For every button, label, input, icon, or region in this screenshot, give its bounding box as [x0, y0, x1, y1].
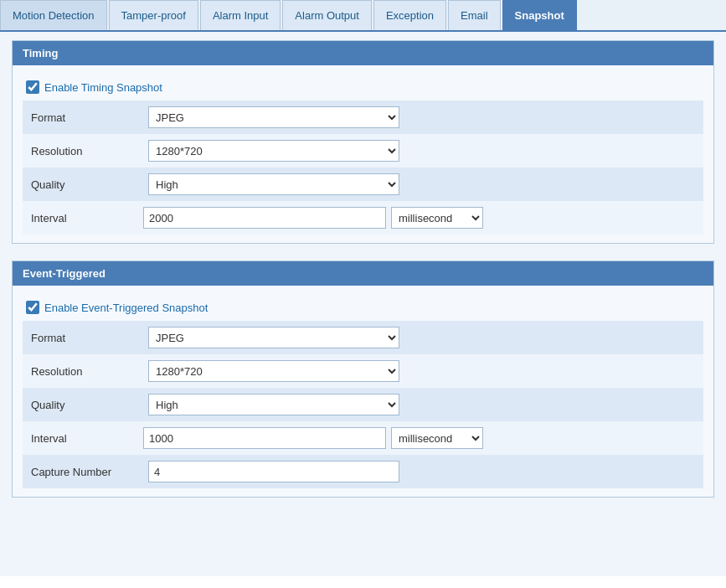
event-quality-select[interactable]: High Medium Low [148, 394, 399, 415]
event-triggered-title: Event-Triggered [23, 267, 106, 280]
event-triggered-section: Event-Triggered Enable Event-Triggered S… [12, 260, 714, 498]
tab-tamper-proof[interactable]: Tamper-proof [109, 0, 198, 30]
event-triggered-section-body: Enable Event-Triggered Snapshot Format J… [13, 286, 713, 497]
event-triggered-section-header: Event-Triggered [13, 261, 713, 286]
event-format-label: Format [23, 321, 140, 354]
event-triggered-enable-checkbox[interactable] [26, 301, 39, 314]
timing-enable-checkbox[interactable] [26, 80, 39, 94]
timing-interval-label: Interval [23, 201, 140, 235]
timing-title: Timing [23, 47, 58, 59]
event-interval-wrap: millisecond second [143, 427, 695, 449]
event-quality-row: Quality High Medium Low [23, 388, 703, 421]
event-capture-number-row: Capture Number [23, 455, 703, 488]
event-resolution-label: Resolution [23, 354, 140, 388]
event-triggered-form-table: Format JPEG Resolution 1280*720 640*480 [23, 321, 703, 488]
timing-resolution-label: Resolution [23, 134, 140, 168]
tab-email[interactable]: Email [448, 0, 501, 30]
tab-alarm-input[interactable]: Alarm Input [200, 0, 281, 30]
timing-format-row: Format JPEG [23, 101, 703, 134]
event-interval-unit-select[interactable]: millisecond second [391, 427, 483, 449]
event-quality-label: Quality [23, 388, 140, 421]
event-capture-number-label: Capture Number [23, 455, 140, 488]
timing-form-table: Format JPEG Resolution 1280*720 640*480 [23, 101, 703, 235]
timing-resolution-select[interactable]: 1280*720 640*480 352*288 [148, 140, 399, 162]
event-format-row: Format JPEG [23, 321, 703, 354]
timing-section-header: Timing [13, 41, 713, 65]
timing-enable-label: Enable Timing Snapshot [44, 81, 162, 94]
timing-enable-row: Enable Timing Snapshot [23, 74, 703, 101]
tab-exception[interactable]: Exception [373, 0, 446, 30]
event-capture-number-input[interactable] [148, 461, 399, 482]
tab-alarm-output[interactable]: Alarm Output [282, 0, 372, 30]
timing-format-label: Format [23, 101, 140, 134]
timing-format-select[interactable]: JPEG [148, 106, 399, 128]
event-interval-input[interactable] [143, 427, 386, 449]
timing-interval-input[interactable] [143, 207, 386, 229]
timing-quality-select[interactable]: High Medium Low [148, 173, 399, 195]
event-triggered-enable-label: Enable Event-Triggered Snapshot [44, 302, 208, 314]
main-content: Timing Enable Timing Snapshot Format JPE… [0, 32, 726, 576]
tab-snapshot[interactable]: Snapshot [502, 0, 577, 30]
event-triggered-enable-row: Enable Event-Triggered Snapshot [23, 294, 703, 321]
timing-section: Timing Enable Timing Snapshot Format JPE… [12, 40, 714, 244]
event-interval-label: Interval [23, 421, 140, 455]
timing-quality-label: Quality [23, 168, 140, 201]
event-resolution-select[interactable]: 1280*720 640*480 352*288 [148, 360, 399, 382]
event-format-select[interactable]: JPEG [148, 327, 399, 348]
timing-interval-wrap: millisecond second [143, 207, 695, 229]
timing-section-body: Enable Timing Snapshot Format JPEG Resol… [13, 65, 713, 243]
timing-interval-unit-select[interactable]: millisecond second [391, 207, 483, 229]
event-resolution-row: Resolution 1280*720 640*480 352*288 [23, 354, 703, 388]
tab-motion-detection[interactable]: Motion Detection [0, 0, 107, 30]
timing-interval-row: Interval millisecond second [23, 201, 703, 235]
timing-quality-row: Quality High Medium Low [23, 168, 703, 201]
tab-bar: Motion Detection Tamper-proof Alarm Inpu… [0, 0, 726, 32]
event-interval-row: Interval millisecond second [23, 421, 703, 455]
timing-resolution-row: Resolution 1280*720 640*480 352*288 [23, 134, 703, 168]
